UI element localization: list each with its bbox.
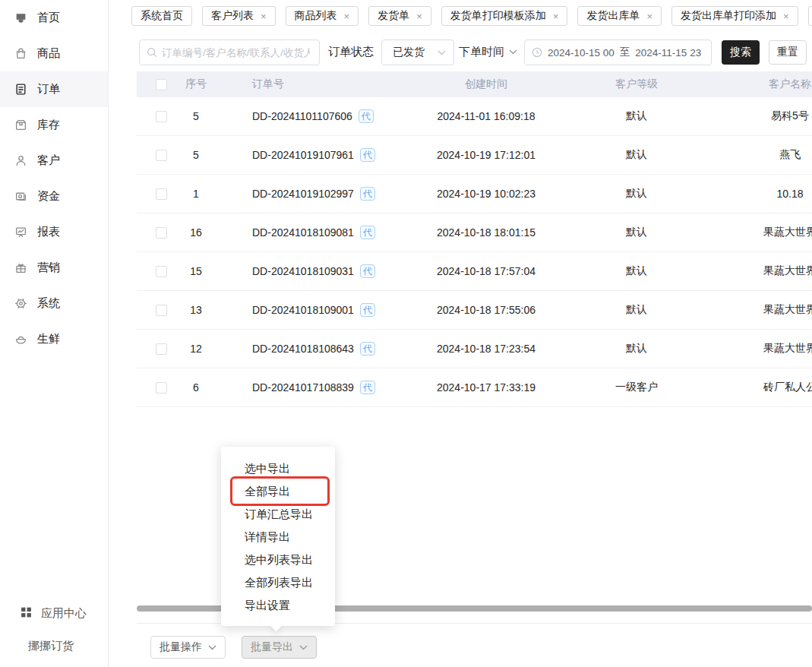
search-input[interactable] xyxy=(162,47,310,58)
home-icon xyxy=(14,11,27,24)
tab-5[interactable]: 发货出库单× xyxy=(577,6,662,26)
cell-level: 默认 xyxy=(571,226,702,239)
sidebar-item-label: 报表 xyxy=(37,225,60,239)
col-level: 客户等级 xyxy=(571,77,702,91)
sidebar-item-fresh[interactable]: 生鲜 xyxy=(0,321,108,357)
tab-6[interactable]: 发货出库单打印添加× xyxy=(671,6,798,26)
report-icon xyxy=(14,226,27,239)
col-customer: 客户名称 xyxy=(702,77,812,91)
sidebar-item-app-center[interactable]: 应用中心 xyxy=(20,600,87,626)
cell-created: 2024-10-18 17:55:06 xyxy=(401,304,571,316)
batch-export-button[interactable]: 批量导出 xyxy=(242,636,317,659)
agent-tag: 代 xyxy=(360,381,375,394)
table-header: 序号 订单号 创建时间 客户等级 客户名称 xyxy=(137,71,812,97)
cell-seq: 16 xyxy=(173,226,219,239)
col-seq: 序号 xyxy=(173,77,219,91)
cell-order-no: DD-20241018109031代 xyxy=(219,264,401,278)
search-button[interactable]: 搜索 xyxy=(722,40,760,65)
sidebar-item-funds[interactable]: 资金 xyxy=(0,179,108,214)
row-checkbox[interactable] xyxy=(156,343,167,355)
select-all-checkbox[interactable] xyxy=(156,79,167,90)
sidebar-item-goods[interactable]: 商品 xyxy=(0,36,108,71)
sidebar-item-orders[interactable]: 订单 xyxy=(0,71,108,107)
export-menu-item-3[interactable]: 订单汇总导出 xyxy=(221,503,335,526)
row-checkbox[interactable] xyxy=(156,305,167,316)
close-icon[interactable]: × xyxy=(344,11,350,21)
tab-4[interactable]: 发货单打印模板添加× xyxy=(441,6,568,26)
sidebar-item-inventory[interactable]: 库存 xyxy=(0,107,108,143)
search-box[interactable] xyxy=(139,40,320,65)
table-row: 1DD-20241019102997代2024-10-19 10:02:23默认… xyxy=(137,175,812,213)
cell-order-no: DD-20241017108839代 xyxy=(219,381,401,394)
sidebar-item-marketing[interactable]: 营销 xyxy=(0,250,108,286)
cell-seq: 12 xyxy=(173,343,219,355)
sidebar-item-home[interactable]: 首页 xyxy=(0,0,108,36)
cell-level: 默认 xyxy=(571,342,702,356)
close-icon[interactable]: × xyxy=(553,11,559,21)
sidebar-item-label: 营销 xyxy=(37,261,60,275)
close-icon[interactable]: × xyxy=(416,11,422,21)
chevron-down-icon xyxy=(299,645,308,650)
app-center-label: 应用中心 xyxy=(41,606,87,621)
export-menu-item-4[interactable]: 详情导出 xyxy=(221,526,335,548)
system-icon xyxy=(14,297,27,310)
row-checkbox[interactable] xyxy=(156,382,167,394)
time-field-label: 下单时间 xyxy=(459,45,504,59)
tab-3[interactable]: 发货单× xyxy=(368,6,431,26)
tab-7[interactable]: 发货人管理× xyxy=(808,6,812,26)
sidebar-item-label: 库存 xyxy=(37,118,60,132)
date-separator: 至 xyxy=(620,46,630,59)
col-created: 创建时间 xyxy=(401,77,571,91)
time-field-dropdown[interactable]: 下单时间 xyxy=(459,45,517,59)
sidebar-item-customer[interactable]: 客户 xyxy=(0,143,108,179)
cell-customer: 果蔬大世界 xyxy=(702,342,812,356)
cell-level: 默认 xyxy=(571,264,702,278)
cell-customer: 果蔬大世界 xyxy=(702,226,812,239)
chevron-down-icon xyxy=(438,50,446,55)
sidebar-item-system[interactable]: 系统 xyxy=(0,286,108,321)
sidebar-item-report[interactable]: 报表 xyxy=(0,214,108,250)
sidebar-item-label: 商品 xyxy=(37,46,60,61)
export-menu-item-2[interactable]: 全部导出 xyxy=(221,480,335,503)
clock-icon xyxy=(532,47,542,58)
date-range-input[interactable]: 2024-10-15 00 至 2024-11-15 23 xyxy=(524,40,712,65)
cell-order-no: DD-20241101107606代 xyxy=(219,109,401,123)
row-checkbox[interactable] xyxy=(156,227,167,239)
tab-2[interactable]: 商品列表× xyxy=(286,6,359,26)
batch-actions-button[interactable]: 批量操作 xyxy=(150,636,226,659)
cell-order-no: DD-20241018109001代 xyxy=(219,303,401,317)
agent-tag: 代 xyxy=(360,187,375,201)
close-icon[interactable]: × xyxy=(261,11,267,21)
status-select[interactable]: 已发货 xyxy=(381,40,454,65)
row-checkbox[interactable] xyxy=(156,188,167,200)
export-menu-item-7[interactable]: 导出设置 xyxy=(221,594,335,617)
export-menu-item-5[interactable]: 选中列表导出 xyxy=(221,548,335,571)
export-menu-item-1[interactable]: 选中导出 xyxy=(221,457,335,480)
agent-tag: 代 xyxy=(360,148,375,162)
row-checkbox[interactable] xyxy=(156,266,167,277)
cell-created: 2024-10-19 10:02:23 xyxy=(401,188,571,200)
reset-button[interactable]: 重置 xyxy=(769,40,807,65)
funds-icon xyxy=(14,190,27,203)
row-checkbox[interactable] xyxy=(156,111,167,122)
col-order-no: 订单号 xyxy=(219,77,401,91)
cell-customer: 10.18 xyxy=(702,188,812,200)
cell-created: 2024-10-18 17:23:54 xyxy=(401,343,571,355)
tab-1[interactable]: 客户列表× xyxy=(202,6,276,26)
date-start: 2024-10-15 00 xyxy=(548,47,615,58)
close-icon[interactable]: × xyxy=(783,11,789,21)
tab-label: 发货出库单 xyxy=(586,9,640,23)
batch-export-label: 批量导出 xyxy=(251,640,293,654)
app-grid-icon xyxy=(20,605,33,621)
cell-level: 默认 xyxy=(571,109,702,123)
sidebar: 首页商品订单库存客户资金报表营销系统生鲜 应用中心 挪挪订货 xyxy=(0,0,109,667)
export-menu-item-6[interactable]: 全部列表导出 xyxy=(221,571,335,594)
cell-seq: 6 xyxy=(173,381,219,394)
row-checkbox[interactable] xyxy=(156,150,167,161)
table-row: 16DD-20241018109081代2024-10-18 18:01:15默… xyxy=(137,213,812,252)
inventory-icon xyxy=(14,119,27,131)
cell-order-no: DD-20241019102997代 xyxy=(219,187,401,201)
tab-home[interactable]: 系统首页 xyxy=(131,6,192,26)
sidebar-item-label: 生鲜 xyxy=(37,332,60,346)
close-icon[interactable]: × xyxy=(646,11,652,21)
